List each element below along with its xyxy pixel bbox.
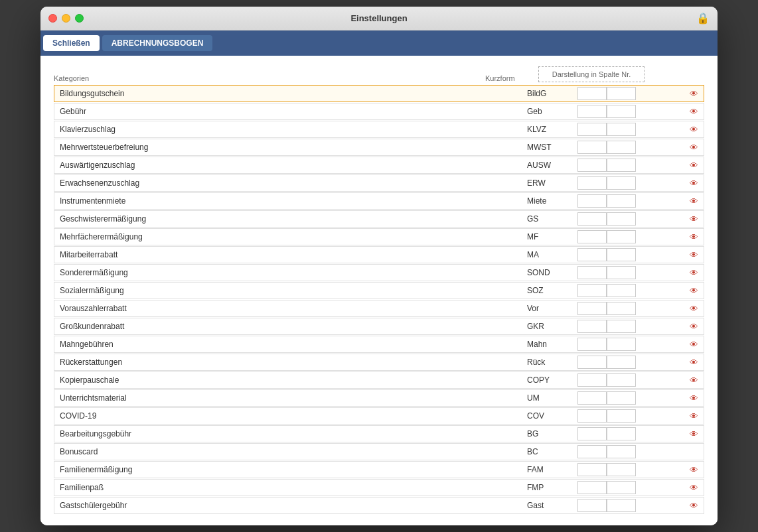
darstellung-input-1[interactable]	[577, 284, 607, 297]
eye-icon[interactable]: 👁	[690, 178, 698, 188]
eye-icon[interactable]: 👁	[690, 250, 698, 260]
eye-icon[interactable]: 👁	[690, 304, 698, 314]
eye-icon[interactable]: 👁	[690, 107, 698, 117]
darstellung-input-2[interactable]	[607, 266, 636, 279]
table-row[interactable]: GroßkundenrabattGKR👁	[54, 318, 704, 335]
darstellung-input-2[interactable]	[607, 445, 636, 458]
eye-icon[interactable]: 👁	[690, 340, 698, 350]
darstellung-input-2[interactable]	[607, 499, 636, 512]
table-row[interactable]: MitarbeiterrabattMA👁	[54, 246, 704, 263]
darstellung-input-1[interactable]	[577, 391, 607, 405]
eye-icon[interactable]: 👁	[690, 393, 698, 403]
darstellung-input-2[interactable]	[607, 338, 636, 351]
darstellung-input-2[interactable]	[607, 194, 636, 208]
minimize-traffic-light[interactable]	[62, 14, 70, 23]
eye-icon[interactable]: 👁	[690, 411, 698, 421]
eye-icon[interactable]: 👁	[690, 465, 698, 475]
table-row[interactable]: UnterrichtsmaterialUM👁	[54, 389, 704, 407]
darstellung-input-2[interactable]	[607, 427, 636, 440]
darstellung-input-1[interactable]	[577, 338, 607, 351]
darstellung-input-2[interactable]	[607, 373, 636, 387]
darstellung-input-1[interactable]	[577, 320, 607, 333]
table-row[interactable]: GastschülergebührGast👁	[54, 497, 704, 514]
table-row[interactable]: SonderermäßigungSOND👁	[54, 264, 704, 281]
eye-icon[interactable]: 👁	[690, 143, 698, 153]
darstellung-input-1[interactable]	[577, 212, 607, 226]
eye-icon[interactable]: 👁	[690, 268, 698, 278]
darstellung-input-2[interactable]	[607, 302, 636, 315]
table-row[interactable]: BonuscardBC	[54, 443, 704, 460]
table-row[interactable]: BildungsgutscheinBildG👁	[54, 85, 704, 102]
abrechnungsbogen-tab[interactable]: ABRECHNUNGSBOGEN	[102, 35, 213, 51]
table-row[interactable]: FamilienermäßigungFAM👁	[54, 461, 704, 478]
darstellung-input-1[interactable]	[577, 248, 607, 261]
darstellung-input-1[interactable]	[577, 230, 607, 243]
darstellung-input-2[interactable]	[607, 481, 636, 494]
darstellung-input-2[interactable]	[607, 159, 636, 172]
table-row[interactable]: BearbeitungsgebührBG👁	[54, 425, 704, 442]
darstellung-input-1[interactable]	[577, 499, 607, 512]
table-row[interactable]: MehrwertsteuerbefreiungMWST👁	[54, 139, 704, 156]
darstellung-input-2[interactable]	[607, 320, 636, 333]
eye-icon[interactable]: 👁	[690, 286, 698, 296]
darstellung-input-2[interactable]	[607, 356, 636, 369]
darstellung-input-2[interactable]	[607, 284, 636, 297]
eye-icon[interactable]: 👁	[690, 89, 698, 99]
darstellung-input-2[interactable]	[607, 391, 636, 405]
table-row[interactable]: KlavierzuschlagKLVZ👁	[54, 121, 704, 138]
eye-icon[interactable]: 👁	[690, 161, 698, 170]
darstellung-input-2[interactable]	[607, 87, 636, 100]
darstellung-input-1[interactable]	[577, 356, 607, 369]
darstellung-input-1[interactable]	[577, 194, 607, 208]
darstellung-input-2[interactable]	[607, 141, 636, 154]
darstellung-input-1[interactable]	[577, 463, 607, 476]
table-row[interactable]: AuswärtigenzuschlagAUSW👁	[54, 157, 704, 174]
eye-icon[interactable]: 👁	[690, 501, 698, 511]
eye-icon[interactable]: 👁	[690, 125, 698, 135]
darstellung-input-1[interactable]	[577, 123, 607, 136]
table-row[interactable]: RückerstattungenRück👁	[54, 354, 704, 371]
maximize-traffic-light[interactable]	[75, 14, 84, 23]
darstellung-input-1[interactable]	[577, 427, 607, 440]
darstellung-input-1[interactable]	[577, 176, 607, 190]
table-row[interactable]: MehrfächerermäßigungMF👁	[54, 228, 704, 245]
darstellung-input-1[interactable]	[577, 159, 607, 172]
close-button[interactable]: Schließen	[43, 35, 100, 51]
eye-icon[interactable]: 👁	[690, 483, 698, 493]
eye-icon[interactable]: 👁	[690, 322, 698, 332]
table-row[interactable]: GebührGeb👁	[54, 103, 704, 120]
darstellung-input-1[interactable]	[577, 87, 607, 100]
darstellung-input-2[interactable]	[607, 176, 636, 190]
table-row[interactable]: MahngebührenMahn👁	[54, 336, 704, 353]
darstellung-input-2[interactable]	[607, 409, 636, 423]
darstellung-input-2[interactable]	[607, 463, 636, 476]
table-row[interactable]: FamilienpaßFMP👁	[54, 479, 704, 496]
table-row[interactable]: SozialermäßigungSOZ👁	[54, 282, 704, 299]
darstellung-input-1[interactable]	[577, 141, 607, 154]
darstellung-input-2[interactable]	[607, 248, 636, 261]
eye-icon[interactable]: 👁	[690, 196, 698, 206]
eye-icon[interactable]: 👁	[690, 429, 698, 439]
eye-icon[interactable]: 👁	[690, 358, 698, 367]
darstellung-input-2[interactable]	[607, 212, 636, 226]
darstellung-input-2[interactable]	[607, 230, 636, 243]
table-row[interactable]: InstrumentenmieteMiete👁	[54, 192, 704, 210]
darstellung-input-2[interactable]	[607, 105, 636, 118]
darstellung-input-1[interactable]	[577, 105, 607, 118]
darstellung-input-1[interactable]	[577, 373, 607, 387]
table-row[interactable]: GeschwisterermäßigungGS👁	[54, 210, 704, 228]
eye-icon[interactable]: 👁	[690, 214, 698, 224]
table-row[interactable]: ErwachsenenzuschlagERW👁	[54, 174, 704, 192]
darstellung-input-1[interactable]	[577, 302, 607, 315]
darstellung-input-1[interactable]	[577, 445, 607, 458]
table-row[interactable]: COVID-19COV👁	[54, 407, 704, 425]
close-traffic-light[interactable]	[48, 14, 57, 23]
eye-icon[interactable]: 👁	[690, 232, 698, 242]
eye-icon[interactable]: 👁	[690, 375, 698, 385]
darstellung-input-1[interactable]	[577, 266, 607, 279]
darstellung-input-1[interactable]	[577, 481, 607, 494]
darstellung-input-2[interactable]	[607, 123, 636, 136]
table-row[interactable]: KopierpauschaleCOPY👁	[54, 371, 704, 389]
table-row[interactable]: VorauszahlerrabattVor👁	[54, 300, 704, 317]
darstellung-input-1[interactable]	[577, 409, 607, 423]
